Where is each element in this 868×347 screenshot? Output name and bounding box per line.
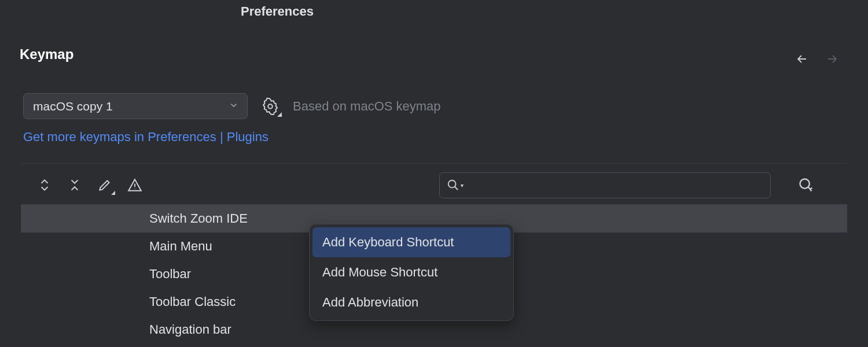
based-on-label: Based on macOS keymap — [293, 99, 441, 114]
context-menu: Add Keyboard Shortcut Add Mouse Shortcut… — [309, 224, 514, 321]
context-item-label: Add Keyboard Shortcut — [322, 235, 454, 250]
context-item-label: Add Abbreviation — [322, 295, 418, 310]
context-item-add-abbreviation[interactable]: Add Abbreviation — [312, 287, 510, 318]
find-action-by-shortcut-icon[interactable] — [797, 176, 815, 194]
tree-row-label: Switch Zoom IDE — [149, 211, 248, 226]
keymap-profile-select[interactable]: macOS copy 1 — [23, 93, 248, 119]
chevron-down-icon — [229, 99, 239, 113]
keymap-profile-row: macOS copy 1 Based on macOS keymap — [23, 93, 441, 119]
expand-collapse-icon[interactable] — [36, 176, 53, 194]
back-arrow-icon[interactable] — [793, 50, 811, 68]
page-title: Keymap — [20, 46, 73, 62]
context-item-label: Add Mouse Shortcut — [322, 265, 437, 280]
window-title: Preferences — [241, 4, 314, 19]
warning-icon[interactable] — [126, 176, 144, 194]
nav-arrows — [793, 50, 841, 68]
tree-row-label: Toolbar Classic — [149, 294, 236, 309]
forward-arrow-icon — [823, 50, 841, 68]
keymap-toolbar: ▾ — [21, 171, 847, 199]
search-input[interactable] — [464, 179, 770, 192]
tree-row-label: Toolbar — [149, 267, 191, 282]
tree-row-label: Main Menu — [149, 239, 212, 254]
divider — [21, 163, 847, 164]
edit-icon[interactable] — [96, 176, 113, 194]
keymap-profile-label: macOS copy 1 — [33, 99, 113, 113]
svg-point-1 — [448, 180, 456, 188]
context-item-add-mouse-shortcut[interactable]: Add Mouse Shortcut — [312, 257, 510, 287]
svg-point-2 — [800, 179, 810, 189]
search-box[interactable]: ▾ — [439, 172, 771, 198]
collapse-icon[interactable] — [66, 176, 83, 194]
context-item-add-keyboard-shortcut[interactable]: Add Keyboard Shortcut — [312, 227, 510, 257]
tree-row-label: Navigation bar — [149, 322, 231, 337]
gear-icon[interactable] — [260, 97, 280, 116]
more-keymaps-link[interactable]: Get more keymaps in Preferences | Plugin… — [23, 130, 269, 145]
svg-point-0 — [268, 104, 273, 109]
